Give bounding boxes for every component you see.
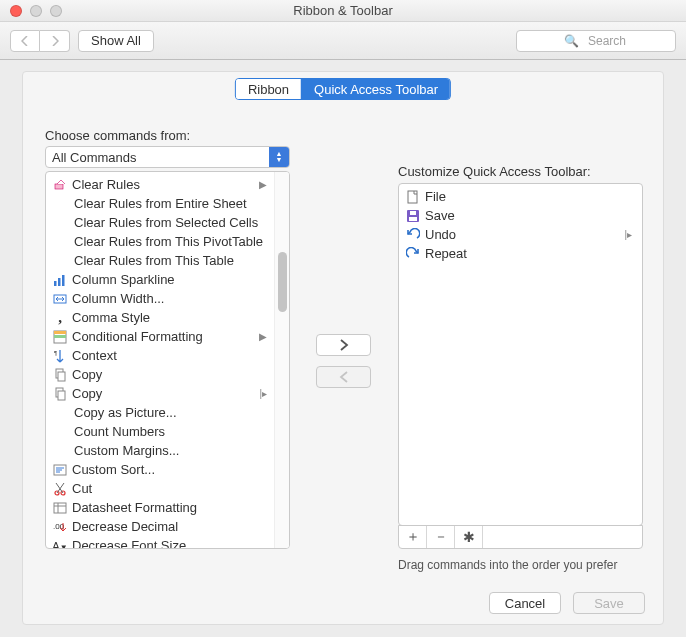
list-item[interactable]: Clear Rules▶ xyxy=(46,175,289,194)
add-item-button[interactable]: ＋ xyxy=(399,526,427,548)
datasheet-icon xyxy=(52,500,68,516)
list-item-label: Undo xyxy=(425,227,456,242)
list-item-label: Copy xyxy=(72,367,102,382)
list-item[interactable]: Clear Rules from This PivotTable xyxy=(46,232,289,251)
list-item[interactable]: File xyxy=(399,187,642,206)
list-item[interactable]: ¶Context xyxy=(46,346,289,365)
list-item-label: Custom Sort... xyxy=(72,462,155,477)
comma-icon: , xyxy=(52,310,68,326)
list-item-label: Copy as Picture... xyxy=(74,405,177,420)
svg-rect-6 xyxy=(54,331,66,334)
commands-source-dropdown[interactable]: All Commands ▲▼ xyxy=(45,146,290,168)
list-item-label: Column Width... xyxy=(72,291,164,306)
toolbar: Show All 🔍 xyxy=(0,22,686,60)
list-item-label: Comma Style xyxy=(72,310,150,325)
svg-rect-2 xyxy=(58,278,61,286)
decdec-icon: .00 xyxy=(52,519,68,535)
svg-rect-10 xyxy=(58,372,65,381)
list-item[interactable]: Custom Sort... xyxy=(46,460,289,479)
condfmt-icon xyxy=(52,329,68,345)
list-item-label: Conditional Formatting xyxy=(72,329,203,344)
show-all-button[interactable]: Show All xyxy=(78,30,154,52)
svg-text:¶: ¶ xyxy=(54,350,57,356)
drag-hint: Drag commands into the order you prefer xyxy=(398,558,617,572)
scrollbar-thumb[interactable] xyxy=(278,252,287,312)
list-item[interactable]: Save xyxy=(399,206,642,225)
scrollbar-track[interactable] xyxy=(274,172,289,548)
customize-qat-label: Customize Quick Access Toolbar: xyxy=(398,164,591,179)
list-item-label: Clear Rules from Selected Cells xyxy=(74,215,258,230)
choose-commands-label: Choose commands from: xyxy=(45,128,190,143)
width-icon xyxy=(52,291,68,307)
submenu-indicator-icon: ▶ xyxy=(259,331,267,342)
list-item-label: Clear Rules from This PivotTable xyxy=(74,234,263,249)
list-item[interactable]: ,Comma Style xyxy=(46,308,289,327)
preferences-panel: Ribbon Quick Access Toolbar Choose comma… xyxy=(22,71,664,625)
decfont-icon: A▼ xyxy=(52,538,68,550)
back-button[interactable] xyxy=(10,30,40,52)
save-button[interactable]: Save xyxy=(573,592,645,614)
list-item[interactable]: Copy as Picture... xyxy=(46,403,289,422)
list-item[interactable]: Count Numbers xyxy=(46,422,289,441)
list-item-label: File xyxy=(425,189,446,204)
list-item[interactable]: Clear Rules from This Table xyxy=(46,251,289,270)
settings-button[interactable]: ✱ xyxy=(455,526,483,548)
list-item-label: Clear Rules from Entire Sheet xyxy=(74,196,247,211)
list-item-label: Decrease Decimal xyxy=(72,519,178,534)
list-item[interactable]: A▼Decrease Font Size xyxy=(46,536,289,549)
remove-command-button[interactable] xyxy=(316,366,371,388)
split-indicator-icon: |▸ xyxy=(259,388,267,399)
list-item[interactable]: Conditional Formatting▶ xyxy=(46,327,289,346)
window-title: Ribbon & Toolbar xyxy=(0,3,686,18)
svg-rect-16 xyxy=(54,503,66,513)
svg-rect-1 xyxy=(54,281,57,286)
svg-rect-21 xyxy=(410,211,416,215)
list-item[interactable]: Clear Rules from Selected Cells xyxy=(46,213,289,232)
svg-rect-7 xyxy=(54,335,66,338)
list-item[interactable]: Clear Rules from Entire Sheet xyxy=(46,194,289,213)
save-icon xyxy=(405,208,421,224)
list-item-label: Save xyxy=(425,208,455,223)
qat-commands-list[interactable]: FileSaveUndo|▸Repeat xyxy=(398,183,643,526)
remove-item-button[interactable]: － xyxy=(427,526,455,548)
split-indicator-icon: |▸ xyxy=(624,229,632,240)
eraser-icon xyxy=(52,177,68,193)
nav-buttons xyxy=(10,30,70,52)
list-item[interactable]: Datasheet Formatting xyxy=(46,498,289,517)
list-item-label: Context xyxy=(72,348,117,363)
cancel-button[interactable]: Cancel xyxy=(489,592,561,614)
list-item[interactable]: Cut xyxy=(46,479,289,498)
segmented-control: Ribbon Quick Access Toolbar xyxy=(235,78,451,100)
tab-quick-access-toolbar[interactable]: Quick Access Toolbar xyxy=(301,79,450,99)
copy-icon xyxy=(52,367,68,383)
forward-button[interactable] xyxy=(40,30,70,52)
list-item-label: Clear Rules from This Table xyxy=(74,253,234,268)
search-input[interactable] xyxy=(516,30,676,52)
list-item[interactable]: Undo|▸ xyxy=(399,225,642,244)
tab-ribbon[interactable]: Ribbon xyxy=(236,79,301,99)
list-item-label: Clear Rules xyxy=(72,177,140,192)
list-item[interactable]: Copy xyxy=(46,365,289,384)
add-command-button[interactable] xyxy=(316,334,371,356)
context-icon: ¶ xyxy=(52,348,68,364)
list-item[interactable]: Column Width... xyxy=(46,289,289,308)
list-item[interactable]: Copy|▸ xyxy=(46,384,289,403)
dropdown-value: All Commands xyxy=(52,150,137,165)
svg-rect-3 xyxy=(62,275,65,286)
list-item[interactable]: .00Decrease Decimal xyxy=(46,517,289,536)
svg-rect-18 xyxy=(408,191,417,203)
list-item[interactable]: Repeat xyxy=(399,244,642,263)
file-icon xyxy=(405,189,421,205)
list-item-label: Column Sparkline xyxy=(72,272,175,287)
available-commands-list[interactable]: Clear Rules▶Clear Rules from Entire Shee… xyxy=(45,171,290,549)
list-item-label: Datasheet Formatting xyxy=(72,500,197,515)
sparkline-icon xyxy=(52,272,68,288)
list-item-label: Repeat xyxy=(425,246,467,261)
list-item-label: Decrease Font Size xyxy=(72,538,186,549)
submenu-indicator-icon: ▶ xyxy=(259,179,267,190)
qat-toolstrip: ＋ － ✱ xyxy=(398,525,643,549)
list-item[interactable]: Custom Margins... xyxy=(46,441,289,460)
dropdown-arrows-icon: ▲▼ xyxy=(269,147,289,167)
svg-rect-0 xyxy=(55,184,63,189)
list-item[interactable]: Column Sparkline xyxy=(46,270,289,289)
